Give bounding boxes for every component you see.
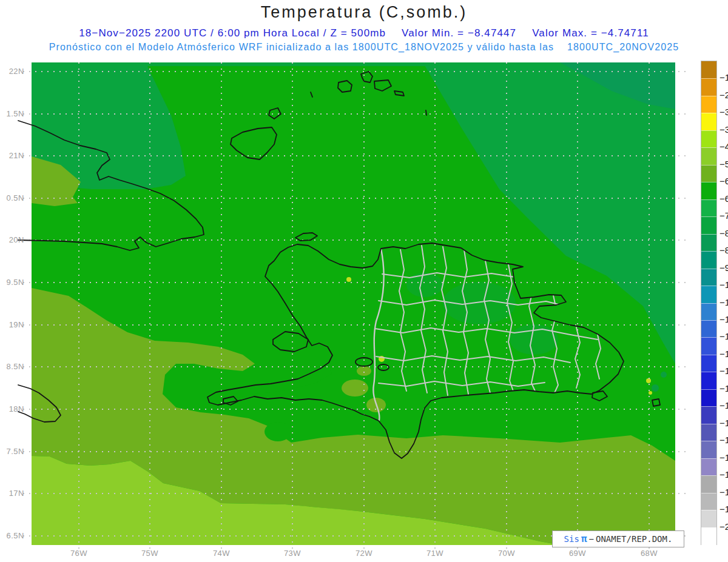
colorbar-tick-label: −18.6: [720, 487, 728, 497]
colorbar-segment: [701, 320, 716, 338]
warm-speck: [346, 277, 351, 282]
lat-tick-label: 20N: [0, 235, 24, 244]
watermark-box: Sis π − ONAMET/REP.DOM.: [552, 530, 684, 547]
colorbar-segment: [701, 355, 716, 372]
colorbar-segment: [701, 286, 716, 303]
lat-tick-label: 21N: [0, 151, 24, 160]
cool-patch: [406, 273, 443, 297]
lat-tick-label: 1.5N: [0, 109, 24, 118]
colorbar-tick-label: −15.1: [720, 400, 728, 410]
colorbar: [701, 61, 717, 545]
colorbar-tick-label: −13.7: [720, 366, 728, 376]
colorbar-segment: [701, 424, 716, 441]
lon-tick-label: 69W: [564, 549, 591, 558]
colorbar-tick-label: −16.5: [720, 435, 728, 445]
colorbar-tick-label: −10.2: [720, 279, 728, 290]
colorbar-tick-label: −19.3: [720, 504, 728, 514]
shade-green-pocket-south: [265, 422, 291, 441]
weather-map-canvas: [0, 0, 728, 562]
colorbar-tick-label: −2.5: [720, 90, 728, 100]
lat-tick-label: 18N: [0, 404, 24, 413]
weather-map-page: Temperatura (C,somb.) 18−Nov−2025 2200 U…: [0, 0, 728, 562]
watermark-sis: Sis: [564, 534, 579, 544]
colorbar-tick-label: −11.6: [720, 314, 728, 324]
lon-tick-label: 75W: [136, 549, 163, 558]
colorbar-segment: [701, 372, 716, 389]
colorbar-segment: [701, 269, 716, 286]
lon-tick-label: 68W: [636, 549, 662, 558]
colorbar-segment: [701, 251, 716, 269]
colorbar-segment: [701, 389, 716, 407]
lat-tick-label: 7.5N: [0, 447, 24, 456]
lat-tick-label: 19N: [0, 320, 24, 329]
warm-speck: [649, 391, 652, 395]
coastline-turks-cay: [426, 110, 426, 115]
colorbar-segment: [701, 199, 716, 217]
colorbar-segment: [701, 78, 716, 96]
olive-patch: [342, 380, 368, 396]
watermark-pi-icon: π: [581, 534, 587, 544]
colorbar-tick-label: −13: [720, 349, 728, 359]
colorbar-segment: [701, 475, 716, 493]
colorbar-segment: [701, 182, 716, 199]
colorbar-segment: [701, 165, 716, 182]
lat-tick-label: 17N: [0, 489, 24, 498]
colorbar-segment: [701, 406, 716, 424]
colorbar-segment: [701, 130, 716, 148]
colorbar-tick-label: −6.7: [720, 193, 728, 204]
colorbar-tick-label: −3.2: [720, 107, 728, 117]
lon-tick-label: 72W: [351, 549, 377, 558]
colorbar-tick-label: −5.3: [720, 159, 728, 169]
lat-tick-label: 22N: [0, 67, 24, 76]
colorbar-tick-label: −9.5: [720, 263, 728, 273]
colorbar-segment: [701, 113, 716, 130]
lon-tick-label: 71W: [422, 549, 448, 558]
lon-tick-label: 70W: [493, 549, 520, 558]
olive-patch: [357, 366, 371, 376]
colorbar-tick-label: −14.4: [720, 383, 728, 393]
lat-tick-label: 9.5N: [0, 278, 24, 287]
colorbar-segment: [701, 216, 716, 234]
colorbar-tick-label: −7.4: [720, 210, 728, 221]
colorbar-segment: [701, 61, 716, 78]
teal-speck: [661, 372, 667, 378]
colorbar-tick-label: −17.2: [720, 452, 728, 463]
lon-tick-label: 73W: [279, 549, 306, 558]
colorbar-tick-label: −8.8: [720, 245, 728, 255]
colorbar-tick-label: −12.3: [720, 331, 728, 341]
lat-tick-label: 6.5N: [0, 531, 24, 540]
watermark-separator: −: [589, 534, 594, 544]
colorbar-segment: [701, 303, 716, 321]
colorbar-tick-label: −17.9: [720, 469, 728, 480]
warm-speck: [646, 378, 651, 383]
lon-tick-label: 74W: [208, 549, 235, 558]
lat-tick-label: 0.5N: [0, 193, 24, 202]
colorbar-tick-label: −1.8: [720, 72, 728, 82]
colorbar-segment: [701, 441, 716, 458]
colorbar-segment: [701, 458, 716, 476]
colorbar-segment: [701, 147, 716, 165]
lon-tick-label: 76W: [66, 549, 92, 558]
lat-tick-label: 8.5N: [0, 362, 24, 371]
colorbar-tick-label: −20: [720, 521, 728, 532]
temperature-shading-layer: [32, 62, 675, 547]
colorbar-tick-label: −8.1: [720, 228, 728, 238]
colorbar-tick-label: −6: [720, 176, 728, 186]
colorbar-segment: [701, 337, 716, 355]
colorbar-tick-label: −3.9: [720, 124, 728, 135]
colorbar-tick-label: −15.8: [720, 418, 728, 428]
colorbar-segment: [701, 493, 716, 510]
colorbar-tick-label: −10.9: [720, 297, 728, 307]
colorbar-segment: [701, 510, 716, 527]
colorbar-tick-label: −4.6: [720, 141, 728, 152]
colorbar-segment: [701, 527, 716, 545]
colorbar-segment: [701, 96, 716, 113]
teal-speck: [652, 384, 659, 392]
colorbar-segment: [701, 234, 716, 252]
watermark-org: ONAMET/REP.DOM.: [596, 534, 672, 544]
